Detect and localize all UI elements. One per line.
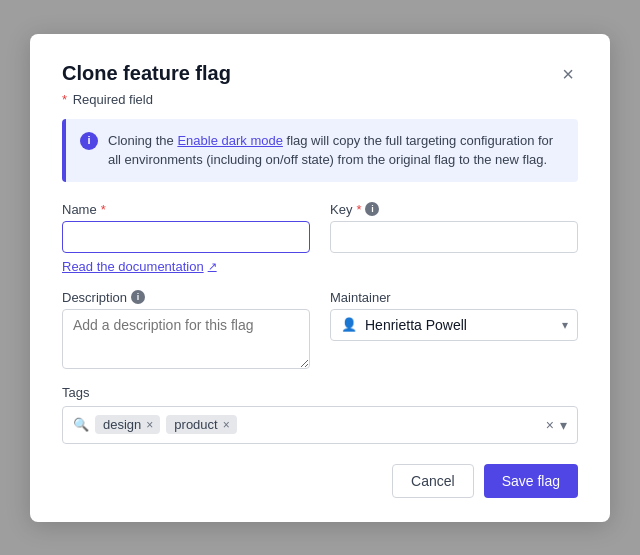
doc-link[interactable]: Read the documentation ↗ <box>62 259 310 274</box>
tags-right-icons: × ▾ <box>546 417 567 433</box>
enable-dark-mode-link[interactable]: Enable dark mode <box>177 133 283 148</box>
info-banner: i Cloning the Enable dark mode flag will… <box>62 119 578 182</box>
description-label: Description i <box>62 290 310 305</box>
name-label: Name* <box>62 202 310 217</box>
cancel-button[interactable]: Cancel <box>392 464 474 498</box>
required-field-label: * Required field <box>62 92 578 107</box>
maintainer-label: Maintainer <box>330 290 578 305</box>
maintainer-select-wrapper: 👤 Henrietta Powell ▾ <box>330 309 578 341</box>
modal-footer: Cancel Save flag <box>62 464 578 498</box>
tags-chevron-icon[interactable]: ▾ <box>560 417 567 433</box>
name-key-row: Name* Read the documentation ↗ Key* i <box>62 202 578 274</box>
tags-label: Tags <box>62 385 578 400</box>
info-text: Cloning the Enable dark mode flag will c… <box>108 131 564 170</box>
key-label-text: Key <box>330 202 352 217</box>
maintainer-select[interactable]: 👤 Henrietta Powell <box>330 309 578 341</box>
tag-design: design × <box>95 415 160 434</box>
external-link-icon: ↗ <box>208 260 217 273</box>
description-info-icon: i <box>131 290 145 304</box>
maintainer-value: Henrietta Powell <box>365 317 467 333</box>
modal-header: Clone feature flag × <box>62 62 578 86</box>
name-input[interactable] <box>62 221 310 253</box>
person-icon: 👤 <box>341 317 357 332</box>
key-group: Key* i <box>330 202 578 274</box>
modal-title: Clone feature flag <box>62 62 231 85</box>
info-icon: i <box>80 132 98 150</box>
tag-product: product × <box>166 415 236 434</box>
doc-link-text: Read the documentation <box>62 259 204 274</box>
name-label-text: Name <box>62 202 97 217</box>
tags-clear-icon[interactable]: × <box>546 417 554 433</box>
info-text-before: Cloning the <box>108 133 177 148</box>
name-group: Name* Read the documentation ↗ <box>62 202 310 274</box>
tag-product-remove[interactable]: × <box>222 419 231 431</box>
tags-search-icon: 🔍 <box>73 417 89 432</box>
tag-design-remove[interactable]: × <box>145 419 154 431</box>
name-asterisk: * <box>101 202 106 217</box>
description-maintainer-row: Description i Maintainer 👤 Henrietta Pow… <box>62 290 578 369</box>
required-asterisk: * <box>62 92 67 107</box>
modal-dialog: Clone feature flag × * Required field i … <box>30 34 610 522</box>
tags-input-box[interactable]: 🔍 design × product × × ▾ <box>62 406 578 444</box>
close-button[interactable]: × <box>558 62 578 86</box>
tag-product-label: product <box>174 417 217 432</box>
key-asterisk: * <box>356 202 361 217</box>
maintainer-label-text: Maintainer <box>330 290 391 305</box>
save-flag-button[interactable]: Save flag <box>484 464 578 498</box>
description-label-text: Description <box>62 290 127 305</box>
description-textarea[interactable] <box>62 309 310 369</box>
key-info-icon: i <box>365 202 379 216</box>
description-group: Description i <box>62 290 310 369</box>
maintainer-group: Maintainer 👤 Henrietta Powell ▾ <box>330 290 578 369</box>
tag-design-label: design <box>103 417 141 432</box>
key-label: Key* i <box>330 202 578 217</box>
tags-section: Tags 🔍 design × product × × ▾ <box>62 385 578 444</box>
required-text: Required field <box>73 92 153 107</box>
key-input[interactable] <box>330 221 578 253</box>
overlay: Clone feature flag × * Required field i … <box>0 0 640 555</box>
